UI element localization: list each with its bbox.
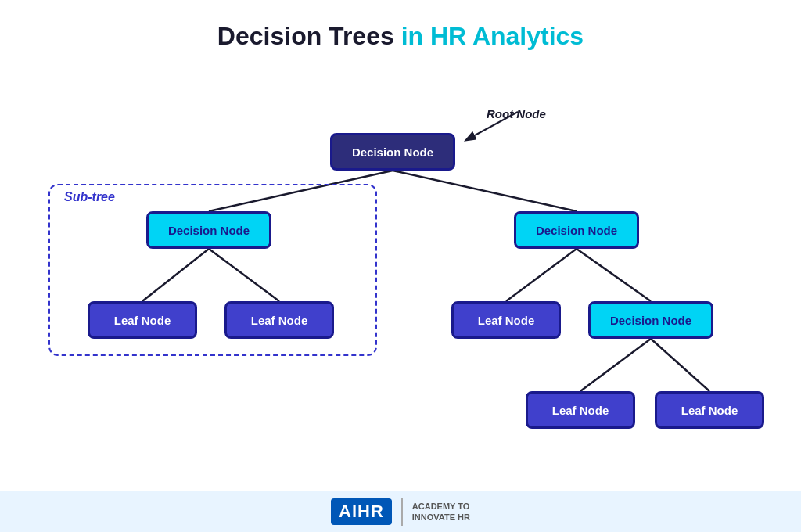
- subtree-label: Sub-tree: [64, 190, 115, 204]
- footer-logo: AIHR ACADEMY TO INNOVATE HR: [331, 498, 470, 526]
- diagram-area: Root Node Sub-tree Decision Node Decisio…: [25, 59, 776, 466]
- footer-tagline: ACADEMY TO INNOVATE HR: [412, 501, 470, 523]
- footer: AIHR ACADEMY TO INNOVATE HR: [0, 491, 801, 532]
- decision-node-right: Decision Node: [514, 211, 639, 249]
- decision-rr-text: Decision Node: [610, 314, 691, 327]
- leaf-ll-text: Leaf Node: [114, 314, 171, 327]
- leaf-node-rrl: Leaf Node: [526, 391, 635, 429]
- root-node: Decision Node: [330, 133, 455, 171]
- svg-line-6: [580, 339, 651, 391]
- leaf-node-rl: Leaf Node: [451, 301, 561, 339]
- title-text-2: in HR Analytics: [401, 22, 584, 50]
- title-text-1: Decision Trees: [217, 22, 401, 50]
- leaf-node-rrr: Leaf Node: [655, 391, 764, 429]
- leaf-rl-text: Leaf Node: [478, 314, 535, 327]
- decision-node-left: Decision Node: [146, 211, 271, 249]
- page-title: Decision Trees in HR Analytics: [217, 22, 584, 51]
- svg-line-4: [506, 249, 577, 301]
- footer-divider: [401, 498, 403, 526]
- decision-node-right-text: Decision Node: [536, 224, 617, 237]
- brand-name: AIHR: [331, 498, 392, 525]
- decision-node-left-text: Decision Node: [168, 224, 250, 237]
- svg-line-5: [577, 249, 651, 301]
- tagline-line2: INNOVATE HR: [412, 512, 470, 523]
- leaf-node-ll: Leaf Node: [88, 301, 197, 339]
- leaf-rrr-text: Leaf Node: [681, 404, 738, 417]
- svg-line-1: [393, 171, 577, 211]
- leaf-rrl-text: Leaf Node: [552, 404, 609, 417]
- page-container: Decision Trees in HR Analytics: [0, 0, 801, 532]
- svg-line-7: [651, 339, 709, 391]
- root-node-text: Decision Node: [352, 146, 433, 159]
- leaf-lr-text: Leaf Node: [251, 314, 308, 327]
- root-node-label: Root Node: [487, 107, 546, 120]
- tagline-line1: ACADEMY TO: [412, 501, 470, 512]
- decision-node-rr: Decision Node: [588, 301, 713, 339]
- leaf-node-lr: Leaf Node: [224, 301, 334, 339]
